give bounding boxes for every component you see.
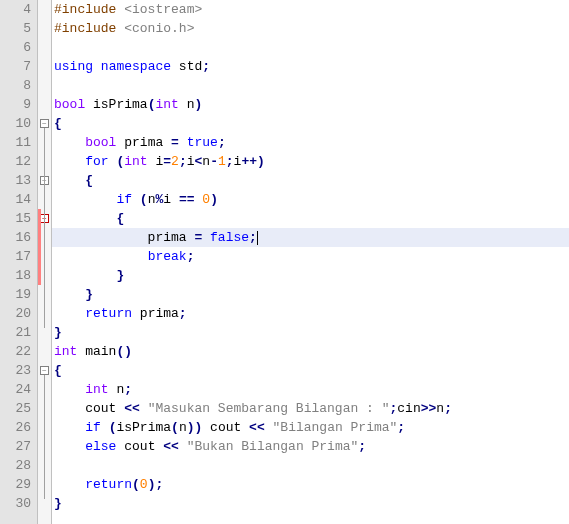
code-line[interactable]: else cout << "Bukan Bilangan Prima"; <box>52 437 569 456</box>
code-line[interactable]: cout << "Masukan Sembarang Bilangan : ";… <box>52 399 569 418</box>
code-line[interactable]: return prima; <box>52 304 569 323</box>
change-indicator <box>38 209 41 285</box>
line-number: 22 <box>0 342 31 361</box>
line-number: 4 <box>0 0 31 19</box>
line-number: 12 <box>0 152 31 171</box>
code-line[interactable]: int n; <box>52 380 569 399</box>
code-line[interactable]: bool prima = true; <box>52 133 569 152</box>
line-number: 20 <box>0 304 31 323</box>
fold-toggle-icon[interactable]: − <box>40 119 49 128</box>
code-line[interactable]: { <box>52 209 569 228</box>
code-line[interactable]: bool isPrima(int n) <box>52 95 569 114</box>
code-line[interactable]: int main() <box>52 342 569 361</box>
line-number: 29 <box>0 475 31 494</box>
line-number: 24 <box>0 380 31 399</box>
fold-toggle-icon[interactable]: − <box>40 366 49 375</box>
code-line[interactable]: { <box>52 361 569 380</box>
code-line[interactable]: if (isPrima(n)) cout << "Bilangan Prima"… <box>52 418 569 437</box>
code-line[interactable]: using namespace std; <box>52 57 569 76</box>
text-caret <box>257 231 258 245</box>
code-line[interactable]: #include <conio.h> <box>52 19 569 38</box>
line-number: 25 <box>0 399 31 418</box>
line-number: 27 <box>0 437 31 456</box>
line-number: 11 <box>0 133 31 152</box>
line-number: 23 <box>0 361 31 380</box>
line-number: 10 <box>0 114 31 133</box>
code-line[interactable]: { <box>52 171 569 190</box>
code-line[interactable]: } <box>52 323 569 342</box>
line-number: 28 <box>0 456 31 475</box>
code-line[interactable]: if (n%i == 0) <box>52 190 569 209</box>
code-line[interactable]: } <box>52 266 569 285</box>
line-number: 15 <box>0 209 31 228</box>
line-number: 13 <box>0 171 31 190</box>
line-number: 30 <box>0 494 31 513</box>
code-line[interactable]: #include <iostream> <box>52 0 569 19</box>
code-line[interactable]: break; <box>52 247 569 266</box>
code-editor[interactable]: #include <iostream>#include <conio.h>usi… <box>52 0 569 524</box>
line-number: 8 <box>0 76 31 95</box>
line-number: 18 <box>0 266 31 285</box>
code-line[interactable]: { <box>52 114 569 133</box>
code-line[interactable]: } <box>52 494 569 513</box>
code-line[interactable] <box>52 456 569 475</box>
code-line[interactable] <box>52 76 569 95</box>
line-number: 21 <box>0 323 31 342</box>
line-number: 9 <box>0 95 31 114</box>
code-line[interactable]: for (int i=2;i<n-1;i++) <box>52 152 569 171</box>
line-number: 6 <box>0 38 31 57</box>
code-line[interactable] <box>52 38 569 57</box>
code-line[interactable]: return(0); <box>52 475 569 494</box>
line-number-gutter: 4567891011121314151617181920212223242526… <box>0 0 38 524</box>
code-line[interactable]: } <box>52 285 569 304</box>
line-number: 17 <box>0 247 31 266</box>
line-number: 19 <box>0 285 31 304</box>
fold-gutter: −−−− <box>38 0 52 524</box>
line-number: 26 <box>0 418 31 437</box>
code-line[interactable]: prima = false; <box>52 228 569 247</box>
line-number: 5 <box>0 19 31 38</box>
line-number: 16 <box>0 228 31 247</box>
line-number: 14 <box>0 190 31 209</box>
line-number: 7 <box>0 57 31 76</box>
